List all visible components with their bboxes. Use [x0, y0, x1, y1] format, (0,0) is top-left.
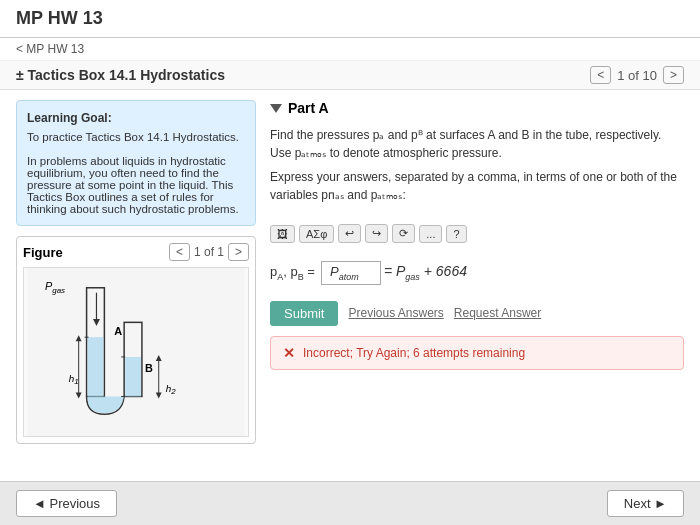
figure-nav: < 1 of 1 >: [169, 243, 249, 261]
toolbar-refresh-btn[interactable]: ⟳: [392, 224, 415, 243]
problem-text: Find the pressures pₐ and pᴮ at surfaces…: [270, 126, 684, 210]
toolbar-symbol-btn[interactable]: AΣφ: [299, 225, 334, 243]
right-panel: Part A Find the pressures pₐ and pᴮ at s…: [270, 100, 684, 471]
tactics-nav: < 1 of 10 >: [590, 66, 684, 84]
tactics-page-indicator: 1 of 10: [617, 68, 657, 83]
answer-prefix-label: pA, pB =: [270, 264, 315, 282]
left-panel: Learning Goal: To practice Tactics Box 1…: [16, 100, 256, 471]
utube-diagram: Pgas A: [24, 268, 248, 436]
toolbar-undo-btn[interactable]: ↩: [338, 224, 361, 243]
problem-line2: Express your answers, separated by a com…: [270, 168, 684, 204]
breadcrumb: < MP HW 13: [0, 38, 700, 61]
toolbar-row: 🖼 AΣφ ↩ ↪ ⟳ ... ?: [270, 224, 684, 243]
svg-text:A: A: [114, 325, 122, 337]
collapse-icon[interactable]: [270, 104, 282, 113]
content-area: Learning Goal: To practice Tactics Box 1…: [0, 90, 700, 481]
figure-prev-btn[interactable]: <: [169, 243, 190, 261]
learning-goal-title: Learning Goal:: [27, 111, 245, 125]
tactics-bar: ± Tactics Box 14.1 Hydrostatics < 1 of 1…: [0, 61, 700, 90]
feedback-box: ✕ Incorrect; Try Again; 6 attempts remai…: [270, 336, 684, 370]
submit-row: Submit Previous Answers Request Answer: [270, 301, 684, 326]
learning-goal-line2: In problems about liquids in hydrostatic…: [27, 155, 245, 215]
problem-line1: Find the pressures pₐ and pᴮ at surfaces…: [270, 126, 684, 162]
next-button[interactable]: Next ►: [607, 490, 684, 517]
answer-box-patom[interactable]: Patom: [321, 261, 381, 285]
page-title: MP HW 13: [16, 8, 684, 29]
main-content: < MP HW 13 ± Tactics Box 14.1 Hydrostati…: [0, 38, 700, 481]
tactics-title: ± Tactics Box 14.1 Hydrostatics: [16, 67, 225, 83]
previous-answers-button[interactable]: Previous Answers: [348, 306, 443, 320]
figure-title: Figure: [23, 245, 63, 260]
top-bar: MP HW 13: [0, 0, 700, 38]
feedback-message: Incorrect; Try Again; 6 attempts remaini…: [303, 346, 525, 360]
submit-button[interactable]: Submit: [270, 301, 338, 326]
figure-header: Figure < 1 of 1 >: [23, 243, 249, 261]
toolbar-more-btn[interactable]: ...: [419, 225, 442, 243]
x-icon: ✕: [283, 345, 295, 361]
figure-next-btn[interactable]: >: [228, 243, 249, 261]
answer-row: pA, pB = Patom = Pgas + 6664: [270, 261, 684, 285]
tactics-next-btn[interactable]: >: [663, 66, 684, 84]
request-answer-button[interactable]: Request Answer: [454, 306, 541, 320]
toolbar-image-btn[interactable]: 🖼: [270, 225, 295, 243]
toolbar-redo-btn[interactable]: ↪: [365, 224, 388, 243]
learning-goal-box: Learning Goal: To practice Tactics Box 1…: [16, 100, 256, 226]
math-display: Patom = Pgas + 6664: [321, 261, 467, 285]
previous-button[interactable]: ◄ Previous: [16, 490, 117, 517]
svg-rect-4: [88, 337, 104, 396]
breadcrumb-text: < MP HW 13: [16, 42, 84, 56]
svg-text:B: B: [145, 362, 153, 374]
figure-content: Pgas A: [23, 267, 249, 437]
figure-box: Figure < 1 of 1 >: [16, 236, 256, 444]
toolbar-help-btn[interactable]: ?: [446, 225, 466, 243]
svg-rect-5: [125, 357, 141, 397]
tactics-prev-btn[interactable]: <: [590, 66, 611, 84]
part-a-header: Part A: [270, 100, 684, 116]
learning-goal-line1: To practice Tactics Box 14.1 Hydrostatic…: [27, 131, 245, 143]
bottom-bar: ◄ Previous Next ►: [0, 481, 700, 525]
part-label: Part A: [288, 100, 329, 116]
